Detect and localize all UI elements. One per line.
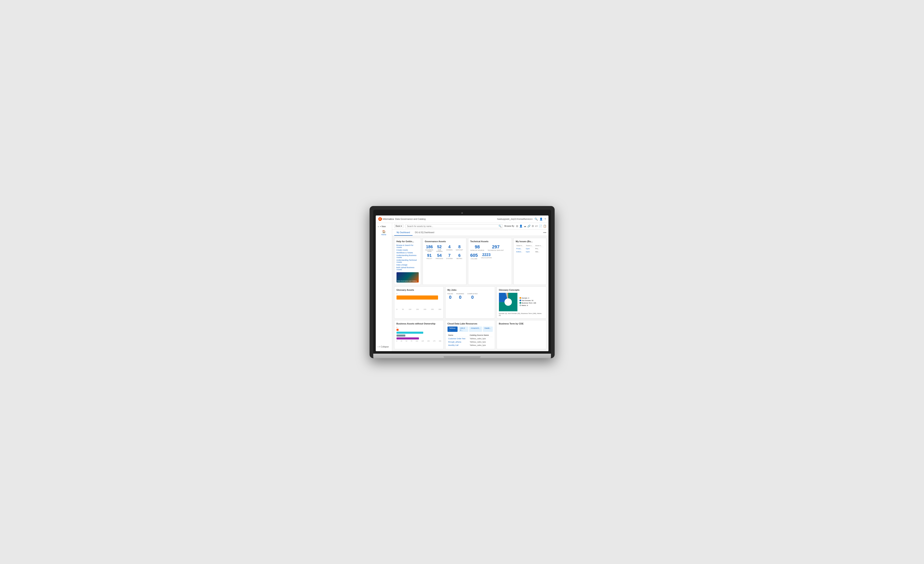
- axis-300: 300: [438, 308, 441, 310]
- cloud-card: Cloud Data Lake Resources Tableau ... AD…: [445, 320, 495, 349]
- cloud-row-2-name[interactable]: Monthly Call: [447, 344, 469, 347]
- stat-sub-domain-number: 52: [435, 244, 444, 249]
- cloud-tab-amazon[interactable]: AmazonS...: [469, 327, 482, 332]
- search-input[interactable]: [405, 224, 503, 228]
- issue-ticket-0[interactable]: Produ...: [516, 247, 525, 250]
- cloud-row-1-name[interactable]: through_athana: [447, 340, 469, 344]
- technical-stats-row1: 98 CATALOG SOURCE 297 TECHNICAL DATA SET: [470, 244, 510, 251]
- glossary-y-label: 0: [396, 293, 441, 295]
- top-nav-icons: 🔍 👤 ?: [534, 218, 546, 220]
- axis-150: 150: [416, 308, 419, 310]
- dashboard-row-3: Business Assets without Ownership 0: [394, 320, 546, 349]
- axis-0: 0: [396, 340, 398, 342]
- issue-status-0: Open: [525, 247, 535, 250]
- stat-technical-data-set-label: TECHNICAL DATA SET: [488, 250, 504, 251]
- ownership-axis: 0 25 50 75 100 125 150 175: [396, 340, 441, 342]
- legend-metric-dot: [519, 304, 521, 306]
- help-link-bulk[interactable]: Bulk Upload Business Assets: [396, 267, 419, 271]
- stat-sub-domain-label: SUB DOMAIN: [435, 249, 444, 252]
- cloud-row-0-name[interactable]: Customer Order Test: [447, 337, 469, 340]
- job-running: RUNNING 0: [456, 293, 464, 300]
- tab-my-dashboard[interactable]: My Dashboard: [394, 230, 412, 236]
- help-link-browse[interactable]: Browse & Search for Assets: [396, 244, 419, 248]
- legend-business-term-label: Business Term: 186: [522, 302, 536, 304]
- help-top-icon[interactable]: ?: [544, 218, 546, 220]
- stat-process-label: PROCESS: [435, 258, 444, 259]
- cloud-table: Name Catalog Source Name Customer Order …: [447, 333, 493, 347]
- ownership-bar-item-1: [396, 332, 423, 334]
- cloud-browse-icon[interactable]: ☁: [524, 225, 526, 228]
- job-completed-label: COMPLETED: [467, 293, 477, 295]
- cloud-col-name: Name: [447, 333, 469, 337]
- glossary-axis: 0 50 100 150 200 250 300: [396, 308, 441, 310]
- stat-technical-data-set: 297 TECHNICAL DATA SET: [488, 244, 504, 251]
- search-filter-select[interactable]: Basic ▾: [394, 224, 404, 228]
- axis-100: 100: [416, 340, 418, 342]
- cloud-tab-tableau[interactable]: Tableau ...: [447, 327, 458, 332]
- stat-calculation: 2223 CALCULATION: [481, 253, 492, 260]
- help-link-business[interactable]: Understanding Business Assets: [396, 254, 419, 258]
- tag-browse-icon[interactable]: 🏷: [535, 225, 538, 228]
- governance-stats: 186 BUSINESS TERM 52 SUB DOMAIN: [425, 244, 464, 259]
- stat-calculation-number: 2223: [481, 253, 492, 257]
- cloud-tab-adls[interactable]: ADLS C...: [458, 327, 468, 332]
- new-button[interactable]: + + New: [376, 225, 392, 229]
- app-name: Informatica: [383, 218, 394, 220]
- sidebar-collapse[interactable]: ‹ < Collapse: [376, 344, 392, 350]
- help-link-workflows[interactable]: Workflows & Tickets: [396, 252, 419, 254]
- stat-catalog-source: 98 CATALOG SOURCE: [470, 244, 484, 251]
- axis-200: 200: [423, 308, 426, 310]
- search-submit-icon[interactable]: 🔍: [498, 225, 502, 228]
- glossary-card: Glossary Assets 0 0 50: [394, 286, 444, 318]
- cde-card-title: Business Term by CDE: [499, 322, 544, 325]
- link-browse-icon[interactable]: 🔗: [527, 225, 531, 228]
- issues-card: My Issues (Bu... Ticket ti... Ticket s..…: [513, 238, 546, 285]
- dashboard: Help for Gettin... Browse & Search for A…: [392, 236, 549, 351]
- legend-sub-domain: Sub Domain: 52: [519, 300, 536, 302]
- browse-by-label: Browse By: [504, 225, 514, 227]
- sidebar: + + New 🏠 Home ‹ < Collapse: [376, 223, 392, 351]
- table-browse-icon[interactable]: ⊞: [516, 225, 518, 228]
- stat-sub-domain: 52 SUB DOMAIN: [435, 244, 444, 252]
- tabs-more-button[interactable]: •••: [543, 231, 546, 234]
- help-link-create[interactable]: Create Assets: [396, 249, 419, 251]
- stat-technical-data-set-number: 297: [488, 244, 504, 250]
- dashboard-row-1: Help for Gettin... Browse & Search for A…: [394, 238, 546, 285]
- help-link-lineage[interactable]: Data Lineage: [396, 264, 419, 266]
- axis-0: 0: [396, 308, 398, 310]
- table-row: Produ... Open Pro...: [516, 247, 544, 250]
- settings-browse-icon[interactable]: ⚙: [532, 225, 534, 228]
- new-label: + New: [380, 225, 386, 228]
- app-subtitle: Data Governance and Catalog: [395, 218, 426, 220]
- stat-business-term: 186 BUSINESS TERM: [425, 244, 434, 252]
- tab-dg-dq-dashboard[interactable]: DG & DQ Dashboard: [412, 230, 437, 236]
- stat-catalog-source-number: 98: [470, 244, 484, 250]
- table-row: through_athana Tableau_sales_kpis: [447, 340, 493, 344]
- stat-data-set-label: DATA SET: [455, 249, 464, 250]
- concepts-card-title: Glossary Concepts: [499, 289, 544, 291]
- cde-card: Business Term by CDE: [496, 320, 546, 349]
- issue-ticket-1[interactable]: Edited...: [516, 250, 525, 254]
- stat-policy: 91 POLICY: [425, 253, 434, 259]
- stat-column: 605 COLUMN: [470, 253, 478, 260]
- concepts-legend: Domain: 4 Sub Domain: 52: [519, 297, 536, 307]
- jobs-card: My Jobs FAILED 0 RUNNING 0: [445, 286, 495, 318]
- glossary-bar-chart: 0 0 50 100 150: [396, 293, 441, 310]
- user-browse-icon[interactable]: 👤: [519, 225, 523, 228]
- copy-browse-icon[interactable]: 📋: [543, 225, 546, 228]
- cloud-tab-datab[interactable]: Datab...: [483, 327, 493, 332]
- sidebar-item-home[interactable]: 🏠 Home: [376, 229, 392, 237]
- doc-browse-icon[interactable]: 📄: [539, 225, 542, 228]
- axis-150: 150: [427, 340, 430, 342]
- ownership-bar-wrap: 0: [396, 327, 441, 342]
- home-icon: 🏠: [382, 230, 386, 233]
- ownership-bar-item-0: [396, 329, 399, 331]
- home-label: Home: [381, 234, 386, 236]
- svg-point-4: [504, 298, 512, 306]
- user-menu[interactable]: hawkupgrade_July22-fromselfservice ▾: [497, 218, 532, 220]
- user-top-icon[interactable]: 👤: [539, 218, 543, 220]
- glossary-chart-area: [396, 296, 441, 308]
- help-link-technical[interactable]: Understanding Technical Assets: [396, 259, 419, 263]
- app-logo: ◆ Informatica Data Governance and Catalo…: [378, 217, 426, 221]
- search-top-icon[interactable]: 🔍: [534, 218, 538, 220]
